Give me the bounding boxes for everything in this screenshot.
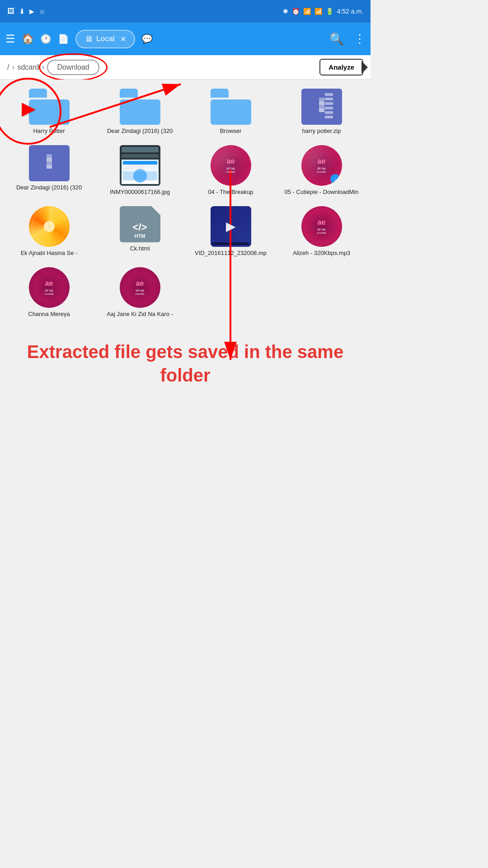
breakup-thumb: ae dil hai mushkil (211, 145, 251, 186)
file-item-alizeh-mp3[interactable]: ae dil hai mushkil Alizeh - 320Kbps.mp3 (277, 202, 366, 261)
browser-folder-icon (211, 89, 251, 125)
home-icon[interactable]: 🏠 (22, 33, 34, 45)
file-grid-section: ▶ Harry Potter Dear Zindagi (2016) (320 … (0, 80, 371, 326)
file-item-aaj-jane[interactable]: ae dil hai mushkil Aaj Jane Ki Zid Na Ka… (95, 263, 184, 322)
tab-label: Local (96, 34, 115, 43)
breadcrumb-sdcard[interactable]: sdcard (17, 63, 39, 71)
annotation-text: Extracted file gets saved in the same fo… (9, 331, 361, 405)
file-item-ck-html[interactable]: </> HTM Ck.html (95, 202, 184, 261)
inmy-jpg-label: INMY00000617166.jpg (110, 189, 170, 196)
file-item-inmy-jpg[interactable]: INMY00000617166.jpg (95, 141, 184, 200)
bluetooth-icon: ✱ (283, 8, 288, 15)
breadcrumb-sep-2: › (42, 62, 44, 72)
file-grid: ▶ Harry Potter Dear Zindagi (2016) (320 … (0, 80, 371, 326)
file-item-dear-zindagi-zip[interactable]: Dear Zindagi (2016) (320 (5, 141, 94, 200)
local-tab[interactable]: 🖥 Local ✕ (75, 30, 135, 48)
battery-icon: 🔋 (326, 8, 333, 15)
svg-rect-0 (319, 98, 324, 101)
harry-potter-folder-icon (29, 89, 70, 125)
dear-zindagi-folder-icon (120, 89, 160, 125)
htm-label: HTM (135, 233, 145, 239)
status-bar: 🖼 ⬇ ▶ ☺ ✱ ⏰ 📶 📶 🔋 4:52 a.m. (0, 0, 371, 23)
tab-screen-icon: 🖥 (84, 34, 93, 44)
svg-rect-2 (319, 105, 324, 108)
status-bar-right: ✱ ⏰ 📶 📶 🔋 4:52 a.m. (283, 8, 363, 15)
play-icon: ▶ (29, 8, 34, 15)
file-item-harry-potter[interactable]: ▶ Harry Potter (5, 84, 94, 139)
file-item-breakup[interactable]: ae dil hai mushkil 04 - The Breakup (186, 141, 275, 200)
svg-rect-4 (47, 154, 52, 158)
svg-rect-3 (319, 108, 324, 112)
harry-potter-label: Harry Potter (33, 127, 65, 135)
status-bar-left: 🖼 ⬇ ▶ ☺ (7, 7, 45, 16)
more-icon[interactable]: ⋮ (354, 32, 365, 46)
aaj-jane-label: Aaj Jane Ki Zid Na Karo - (107, 311, 173, 318)
inmy-jpg-thumb (120, 145, 160, 186)
ek-ajnabi-label: Ek Ajnabi Hasina Se - (21, 250, 78, 257)
hamburger-icon[interactable]: ☰ (5, 33, 15, 45)
svg-rect-7 (47, 165, 52, 169)
ek-ajnabi-thumb: ♪ (29, 206, 70, 247)
cutiepie-label: 05 - Cutiepie - DownloadMin (284, 189, 358, 196)
alarm-icon: ⏰ (292, 8, 300, 15)
alizeh-mp3-label: Alizeh - 320Kbps.mp3 (293, 250, 350, 257)
aaj-jane-thumb: ae dil hai mushkil (120, 267, 160, 308)
history-icon[interactable]: 🕐 (40, 33, 52, 44)
time-display: 4:52 a.m. (337, 8, 363, 15)
tab-close-icon[interactable]: ✕ (120, 35, 126, 43)
search-icon[interactable]: 🔍 (329, 32, 344, 46)
svg-rect-6 (47, 161, 52, 165)
signal-icon: 📶 (314, 8, 322, 15)
dear-zindagi-zip-icon (29, 145, 70, 181)
dear-zindagi-folder-label: Dear Zindagi (2016) (320 (107, 127, 173, 135)
tab-add-icon[interactable]: 💬 (141, 33, 153, 44)
breadcrumb-download[interactable]: Download (47, 60, 99, 75)
harry-potter-zip-label: harry potter.zip (302, 127, 341, 135)
file-item-dear-zindagi-folder[interactable]: Dear Zindagi (2016) (320 (95, 84, 184, 139)
browser-label: Browser (220, 127, 242, 135)
breakup-label: 04 - The Breakup (208, 189, 253, 196)
breadcrumb-sep-1: › (12, 62, 14, 72)
alizeh-mp3-thumb: ae dil hai mushkil (301, 206, 342, 247)
breadcrumb-root[interactable]: / (7, 63, 9, 71)
analyze-container: Analyze (319, 59, 363, 75)
file-item-ek-ajnabi[interactable]: ♪ Ek Ajnabi Hasina Se - (5, 202, 94, 261)
vid-mp4-thumb: ▶ (211, 206, 251, 247)
dear-zindagi-zip-label: Dear Zindagi (2016) (320 (16, 184, 82, 192)
breadcrumb-download-wrap: Download (47, 60, 99, 75)
photo-icon: 🖼 (7, 7, 14, 15)
vid-mp4-label: VID_20161112_232008.mp (195, 250, 267, 257)
ck-html-label: Ck.html (130, 245, 150, 253)
cutiepie-thumb: ae dil hai mushkil ↓ (301, 145, 342, 186)
file-item-harry-potter-zip[interactable]: harry potter.zip (277, 84, 366, 139)
bottom-text-section: Extracted file gets saved in the same fo… (0, 326, 371, 432)
nav-bar: ☰ 🏠 🕐 📄 🖥 Local ✕ 💬 🔍 ⋮ (0, 23, 371, 55)
file-item-cutiepie[interactable]: ae dil hai mushkil ↓ 05 - Cutiepie - Dow… (277, 141, 366, 200)
emoji-icon: ☺ (39, 8, 45, 15)
svg-rect-1 (319, 101, 324, 105)
channa-mereya-label: Channa Mereya (28, 311, 70, 318)
download-status-icon: ⬇ (19, 7, 25, 16)
wifi-icon: 📶 (303, 8, 311, 15)
svg-rect-5 (47, 158, 52, 161)
file-item-vid-mp4[interactable]: ▶ VID_20161112_232008.mp (186, 202, 275, 261)
harry-potter-zip-icon (301, 89, 342, 125)
analyze-button[interactable]: Analyze (319, 59, 363, 75)
channa-mereya-thumb: ae dil hai mushkil (29, 267, 70, 308)
file-icon[interactable]: 📄 (58, 33, 69, 44)
ck-html-icon: </> HTM (120, 206, 160, 242)
file-item-browser[interactable]: Browser (186, 84, 275, 139)
file-item-channa-mereya[interactable]: ae dil hai mushkil Channa Mereya (5, 263, 94, 322)
breadcrumb: / › sdcard › Download Analyze (0, 55, 371, 80)
